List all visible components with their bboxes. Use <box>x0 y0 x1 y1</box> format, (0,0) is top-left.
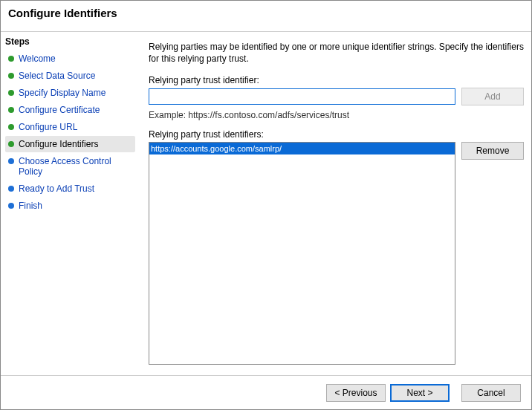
step-label: Choose Access Control Policy <box>19 156 132 177</box>
previous-button[interactable]: < Previous <box>326 384 386 402</box>
description-text: Relying parties may be identified by one… <box>149 41 524 65</box>
bullet-icon <box>8 107 14 113</box>
identifier-input-row: Add <box>149 88 524 105</box>
step-label: Configure URL <box>19 122 77 132</box>
identifiers-listbox[interactable]: https://accounts.google.com/samlrp/ <box>149 142 455 365</box>
step-select-data-source[interactable]: Select Data Source <box>5 68 135 84</box>
wizard-title: Configure Identifiers <box>8 7 524 19</box>
step-label: Specify Display Name <box>19 88 106 98</box>
wizard-footer: < Previous Next > Cancel <box>1 375 531 409</box>
bullet-icon <box>8 186 14 192</box>
step-configure-certificate[interactable]: Configure Certificate <box>5 102 135 118</box>
bullet-icon <box>8 73 14 79</box>
next-button[interactable]: Next > <box>390 384 450 402</box>
identifier-list-item[interactable]: https://accounts.google.com/samlrp/ <box>149 143 455 154</box>
step-specify-display-name[interactable]: Specify Display Name <box>5 85 135 101</box>
identifier-input[interactable] <box>149 88 455 105</box>
cancel-button[interactable]: Cancel <box>461 384 521 402</box>
step-ready-to-add-trust[interactable]: Ready to Add Trust <box>5 180 135 197</box>
step-welcome[interactable]: Welcome <box>5 51 135 67</box>
bullet-icon <box>8 90 14 96</box>
content-panel: Relying parties may be identified by one… <box>138 32 531 375</box>
bullet-icon <box>8 141 14 147</box>
wizard-window: Configure Identifiers Steps Welcome Sele… <box>0 0 532 410</box>
main-row: Steps Welcome Select Data Source Specify… <box>1 32 531 375</box>
identifier-list-item-text: https://accounts.google.com/samlrp/ <box>149 143 372 154</box>
identifiers-list-label: Relying party trust identifiers: <box>149 129 524 140</box>
bullet-icon <box>8 56 14 62</box>
step-label: Configure Certificate <box>19 105 100 115</box>
bullet-icon <box>8 124 14 130</box>
step-label: Ready to Add Trust <box>19 183 94 194</box>
step-configure-identifiers[interactable]: Configure Identifiers <box>5 136 135 152</box>
identifiers-row: https://accounts.google.com/samlrp/ Remo… <box>149 142 524 365</box>
identifier-field-label: Relying party trust identifier: <box>149 75 524 85</box>
step-label: Welcome <box>19 53 56 64</box>
add-button[interactable]: Add <box>461 88 524 105</box>
step-label: Finish <box>19 201 42 211</box>
step-choose-access-control-policy[interactable]: Choose Access Control Policy <box>5 153 135 180</box>
remove-button[interactable]: Remove <box>461 142 524 160</box>
title-area: Configure Identifiers <box>1 1 531 32</box>
step-label: Configure Identifiers <box>19 139 98 149</box>
step-configure-url[interactable]: Configure URL <box>5 119 135 135</box>
bullet-icon <box>8 203 14 209</box>
steps-sidebar: Steps Welcome Select Data Source Specify… <box>1 32 138 375</box>
steps-heading: Steps <box>5 35 135 50</box>
example-text: Example: https://fs.contoso.com/adfs/ser… <box>149 110 524 120</box>
bullet-icon <box>8 158 14 164</box>
step-finish[interactable]: Finish <box>5 198 135 214</box>
step-label: Select Data Source <box>19 71 95 81</box>
